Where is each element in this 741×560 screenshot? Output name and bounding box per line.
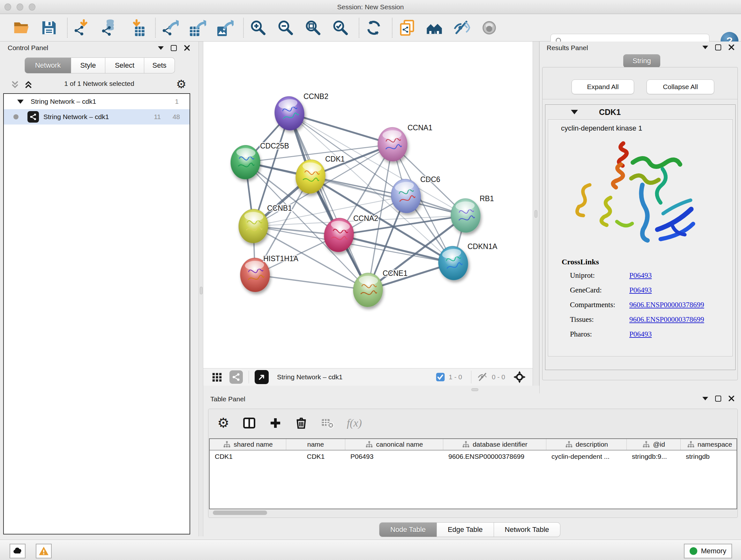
import-network-file-button[interactable] [72,17,92,39]
show-columns-icon[interactable] [242,416,256,430]
panel-menu-icon[interactable] [702,397,708,400]
crosslinks-section: CrossLinks Uniprot:P06493 GeneCard:P0649… [548,258,732,341]
import-database-icon [101,19,118,37]
cloud-button[interactable] [10,544,25,558]
network-node-CCNA2[interactable] [322,216,356,254]
panel-menu-icon[interactable] [702,46,708,49]
table-cell[interactable]: 9606.ENSP00000378699 [443,450,546,462]
column-header-namespace[interactable]: namespace [681,439,737,450]
network-canvas[interactable]: CCNB2CCNA1CDC25BCDK1CDC6RB1CCNB1CCNA2CDK… [203,42,533,368]
table-cell[interactable]: P06493 [345,450,443,462]
selected-counts: 1 - 0 [449,373,462,381]
add-column-icon[interactable] [269,417,282,429]
refresh-button[interactable] [364,17,384,39]
panel-float-icon[interactable] [715,44,721,51]
tab-node-table[interactable]: Node Table [379,522,437,537]
table-cell[interactable]: CDK1 [210,450,286,462]
tab-string[interactable]: String [623,54,660,68]
right-splitter[interactable] [533,42,539,386]
network-collection-row[interactable]: String Network – cdk1 1 [4,94,190,109]
tab-sets[interactable]: Sets [144,57,175,73]
hide-selected-button[interactable] [452,17,472,39]
network-edge-HIST1H1A-CCNE1[interactable] [255,275,368,290]
crosslinks-title: CrossLinks [562,258,732,266]
collapse-all-button[interactable]: Collapse All [647,79,714,94]
open-session-button[interactable] [11,17,31,39]
share-network-icon[interactable] [229,370,243,384]
column-header-database-identifier[interactable]: database identifier [443,439,546,450]
crosslink-link[interactable]: P06493 [629,286,652,294]
tab-edge-table[interactable]: Edge Table [437,522,494,537]
import-network-database-button[interactable] [99,17,119,39]
tab-style[interactable]: Style [71,57,105,73]
export-network-button[interactable] [160,17,180,39]
panel-close-icon[interactable] [184,45,190,51]
network-node-CDK1[interactable] [293,158,327,195]
network-node-CCNB1[interactable] [238,208,269,244]
tree-expander-icon[interactable] [17,100,23,104]
network-options-gear-icon[interactable]: ⚙ [176,78,186,90]
new-network-from-selection-button[interactable] [397,17,417,39]
network-row[interactable]: String Network – cdk1 11 48 [4,109,190,125]
node-table[interactable]: shared namenamecanonical namedatabase id… [209,438,737,509]
gene-section-header[interactable]: CDK1 [545,105,735,119]
crosslink-link[interactable]: 9606.ENSP00000378699 [629,315,704,324]
warnings-button[interactable] [36,544,52,558]
delete-table-icon[interactable] [321,416,334,430]
table-cell[interactable]: stringdb [681,450,737,462]
crosslink-link[interactable]: 9606.ENSP00000378699 [629,301,704,309]
window-title: Session: New Session [0,0,741,14]
save-session-button[interactable] [39,17,59,39]
table-horizontal-scrollbar[interactable] [213,510,267,515]
open-in-browser-icon[interactable] [255,370,269,384]
zoom-in-button[interactable] [248,17,268,39]
crosslink-link[interactable]: P06493 [629,271,652,280]
panel-float-icon[interactable] [171,45,177,51]
tab-network-table[interactable]: Network Table [494,522,560,537]
import-table-button[interactable] [127,17,147,39]
network-node-RB1[interactable] [450,198,481,233]
first-neighbors-button[interactable] [424,17,444,39]
column-header-shared-name[interactable]: shared name [210,439,286,450]
hidden-eye-slash-icon[interactable] [477,371,488,383]
memory-button[interactable]: Memory [684,544,732,558]
tab-network[interactable]: Network [24,57,71,73]
column-header-name[interactable]: name [286,439,345,450]
show-all-button[interactable] [479,17,499,39]
panel-float-icon[interactable] [715,395,721,401]
tab-select[interactable]: Select [105,57,144,73]
fit-selected-crosshair-icon[interactable] [513,370,526,384]
network-view-title: String Network – cdk1 [277,373,342,381]
crosslink-link[interactable]: P06493 [629,330,652,338]
column-header-description[interactable]: description [546,439,627,450]
network-edge-CCNB2-CCNA1[interactable] [289,113,393,144]
panel-menu-icon[interactable] [158,46,164,50]
horizontal-splitter[interactable] [203,386,533,393]
expand-all-button[interactable]: Expand All [571,79,634,94]
birdseye-grid-icon[interactable] [212,372,222,382]
function-builder-icon[interactable]: f(x) [347,417,362,429]
export-image-button[interactable] [215,17,235,39]
panel-close-icon[interactable] [728,44,735,51]
column-header-canonical-name[interactable]: canonical name [345,439,443,450]
zoom-selected-button[interactable] [331,17,350,39]
delete-column-trash-icon[interactable] [294,416,308,430]
network-node-CDKN1A[interactable] [436,244,470,282]
zoom-fit-button[interactable] [303,17,323,39]
zoom-out-button[interactable] [276,17,295,39]
selected-checkbox-icon[interactable] [435,372,446,382]
column-header--id[interactable]: @id [627,439,681,450]
panel-close-icon[interactable] [728,395,735,401]
collapse-gene-icon[interactable] [571,110,578,114]
node-label-RB1: RB1 [480,194,494,203]
export-table-button[interactable] [188,17,207,39]
left-splitter[interactable] [199,42,203,537]
network-node-CCNE1[interactable] [352,272,383,308]
table-options-gear-icon[interactable]: ⚙ [217,417,229,429]
table-cell[interactable]: CDK1 [286,450,345,462]
table-row[interactable]: CDK1CDK1P064939606.ENSP00000378699cyclin… [210,450,737,462]
table-cell[interactable]: stringdb:9... [627,450,681,462]
network-edge-CCNB2-CCNE1[interactable] [289,113,368,290]
table-cell[interactable]: cyclin-dependent ... [546,450,627,462]
network-node-CCNA1[interactable] [377,127,408,162]
